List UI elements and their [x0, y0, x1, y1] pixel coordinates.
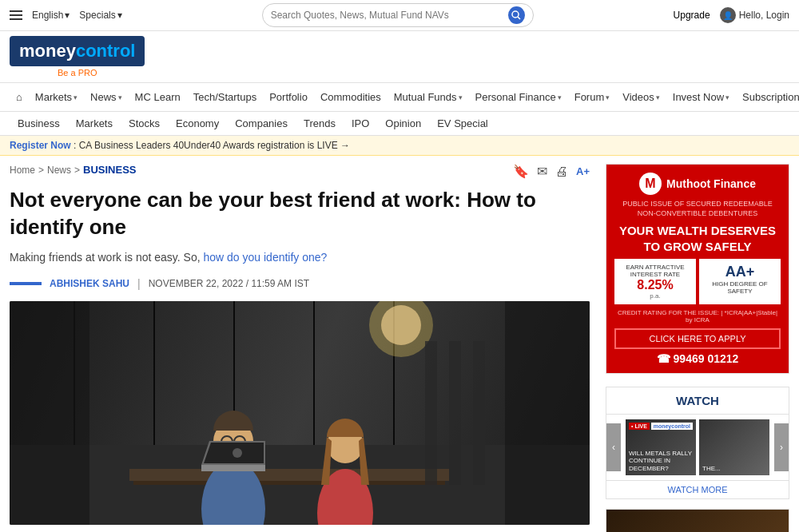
subnav-business[interactable]: Business: [10, 112, 68, 135]
top-bar-left: English ▾ Specials ▾: [10, 10, 122, 21]
logo-tagline: Be a PRO: [10, 68, 145, 77]
subnav-stocks[interactable]: Stocks: [121, 112, 168, 135]
font-size-button[interactable]: A+: [576, 165, 590, 177]
subnav-markets[interactable]: Markets: [68, 112, 121, 135]
search-button[interactable]: [508, 6, 525, 24]
watch-more-button[interactable]: WATCH MORE: [606, 480, 789, 498]
rate-value: 8.25%: [618, 278, 693, 292]
language-selector[interactable]: English ▾: [32, 10, 70, 21]
breadcrumb: Home > News > Business: [10, 164, 137, 176]
nav-news[interactable]: News ▾: [84, 83, 129, 111]
carousel-prev-button[interactable]: ‹: [606, 423, 621, 471]
author-bar-decoration: [10, 282, 42, 285]
rosewood-ad: ROSEWOOD: [606, 509, 789, 532]
nav-commodities[interactable]: Commodities: [314, 83, 388, 111]
breadcrumb-home[interactable]: Home: [10, 165, 35, 176]
muthoot-headline: YOUR WEALTH DESERVES TO GROW SAFELY: [614, 223, 781, 254]
aa-rating-box: AA+ HIGH DEGREE OF SAFETY: [699, 259, 781, 304]
breadcrumb-news[interactable]: News: [47, 165, 71, 176]
main-nav: ⌂ Markets ▾ News ▾ MC Learn Tech/Startup…: [0, 83, 799, 112]
specials-menu[interactable]: Specials ▾: [79, 10, 121, 21]
muthoot-subtitle: PUBLIC ISSUE OF SECURED REDEEMABLE NON-C…: [614, 200, 781, 218]
nav-mutual-funds[interactable]: Mutual Funds ▾: [388, 83, 469, 111]
nav-portfolio[interactable]: Portfolio: [263, 83, 314, 111]
watch-video-list: • LIVE moneycontrol WILL METALS RALLY CO…: [621, 415, 774, 480]
watch-section: WATCH ‹ • LIVE moneycontrol WILL METALS …: [606, 387, 789, 499]
subnav-ev-special[interactable]: EV Special: [429, 112, 496, 135]
article-image: [10, 301, 590, 525]
email-icon[interactable]: ✉: [537, 164, 547, 179]
article-canvas: [10, 301, 590, 525]
video-label-1: WILL METALS RALLY CONTINUE IN DECEMBER?: [629, 450, 693, 473]
nav-tech[interactable]: Tech/Startups: [187, 83, 264, 111]
search-input[interactable]: [271, 10, 508, 21]
search-container: [262, 3, 534, 27]
logo-area: moneycontrol Be a PRO: [10, 36, 145, 77]
main-layout: Home > News > Business 🔖 ✉ 🖨 A+ Not ever…: [0, 156, 799, 532]
svg-line-1: [518, 17, 520, 19]
bookmark-icon[interactable]: 🔖: [513, 164, 529, 179]
watch-header: WATCH: [606, 387, 789, 415]
carousel-next-button[interactable]: ›: [774, 423, 789, 471]
summary-link[interactable]: how do you identify one?: [204, 251, 328, 264]
top-bar: English ▾ Specials ▾ Upgrade 👤 Hello, Lo…: [0, 0, 799, 31]
sub-nav: Business Markets Stocks Economy Companie…: [0, 112, 799, 136]
breadcrumb-section: Business: [83, 164, 136, 176]
subnav-economy[interactable]: Economy: [168, 112, 227, 135]
upgrade-link[interactable]: Upgrade: [674, 10, 710, 21]
subnav-trends[interactable]: Trends: [296, 112, 344, 135]
subnav-opinion[interactable]: Opinion: [377, 112, 429, 135]
subnav-companies[interactable]: Companies: [227, 112, 296, 135]
logo[interactable]: moneycontrol: [10, 36, 145, 66]
author-date: NOVEMBER 22, 2022 / 11:59 AM IST: [149, 278, 309, 289]
muthoot-disclaimer: CREDIT RATING FOR THE ISSUE: | *ICRA|AA+…: [614, 309, 781, 324]
top-bar-right: Upgrade 👤 Hello, Login: [674, 7, 789, 23]
svg-point-0: [512, 11, 519, 18]
nav-mc-learn[interactable]: MC Learn: [129, 83, 187, 111]
video-label-2: THE...: [702, 465, 721, 473]
mc-badge: moneycontrol: [651, 423, 693, 430]
live-badge: • LIVE: [629, 423, 650, 430]
nav-forum[interactable]: Forum ▾: [568, 83, 617, 111]
video-thumb-inner-1: • LIVE moneycontrol WILL METALS RALLY CO…: [626, 419, 696, 475]
nav-invest-now[interactable]: Invest Now ▾: [666, 83, 736, 111]
author-name: ABHISHEK SAHU: [50, 278, 129, 289]
muthoot-ad-inner: M Muthoot Finance PUBLIC ISSUE OF SECURE…: [606, 165, 789, 373]
logo-bar: moneycontrol Be a PRO: [0, 31, 799, 83]
interest-rate-box: EARN ATTRACTIVE INTEREST RATE 8.25% p.a.: [614, 259, 696, 304]
video-thumb-2[interactable]: THE...: [699, 419, 769, 475]
muthoot-m-icon: M: [639, 173, 662, 195]
video-thumb-inner-2: THE...: [699, 419, 769, 475]
hamburger-menu[interactable]: [10, 10, 22, 20]
article-area: Home > News > Business 🔖 ✉ 🖨 A+ Not ever…: [10, 164, 590, 532]
breadcrumb-row: Home > News > Business 🔖 ✉ 🖨 A+: [10, 164, 590, 184]
subnav-ipo[interactable]: IPO: [344, 112, 377, 135]
muthoot-logo: M Muthoot Finance: [614, 173, 781, 195]
nav-videos[interactable]: Videos ▾: [616, 83, 666, 111]
muthoot-rates: EARN ATTRACTIVE INTEREST RATE 8.25% p.a.…: [614, 259, 781, 304]
register-link[interactable]: Register Now: [10, 140, 71, 151]
article-title: Not everyone can be your best friend at …: [10, 187, 590, 241]
muthoot-apply-button[interactable]: CLICK HERE TO APPLY: [614, 328, 781, 349]
nav-subscription[interactable]: Subscription ▾: [736, 83, 799, 111]
sidebar: M Muthoot Finance PUBLIC ISSUE OF SECURE…: [606, 164, 789, 532]
login-button[interactable]: 👤 Hello, Login: [720, 7, 789, 23]
video-thumb-1[interactable]: • LIVE moneycontrol WILL METALS RALLY CO…: [626, 419, 696, 475]
article-actions: 🔖 ✉ 🖨 A+: [513, 164, 590, 179]
print-icon[interactable]: 🖨: [555, 165, 568, 179]
muthoot-phone: ☎ 99469 01212: [614, 352, 781, 365]
watch-carousel: ‹ • LIVE moneycontrol WILL METALS RALLY …: [606, 415, 789, 480]
user-avatar-icon: 👤: [720, 7, 736, 23]
alert-bar: Register Now : CA Business Leaders 40Und…: [0, 136, 799, 156]
search-icon: [511, 10, 521, 20]
author-line: ABHISHEK SAHU | NOVEMBER 22, 2022 / 11:5…: [10, 277, 590, 290]
nav-personal-finance[interactable]: Personal Finance ▾: [469, 83, 568, 111]
muthoot-ad: M Muthoot Finance PUBLIC ISSUE OF SECURE…: [606, 164, 789, 374]
nav-home[interactable]: ⌂: [10, 83, 29, 111]
logo-text: moneycontrol: [19, 41, 135, 62]
nav-markets[interactable]: Markets ▾: [29, 83, 84, 111]
article-summary: Making friends at work is not easy. So, …: [10, 249, 590, 266]
aa-value: AA+: [702, 264, 777, 280]
muthoot-brand: Muthoot Finance: [666, 177, 756, 190]
